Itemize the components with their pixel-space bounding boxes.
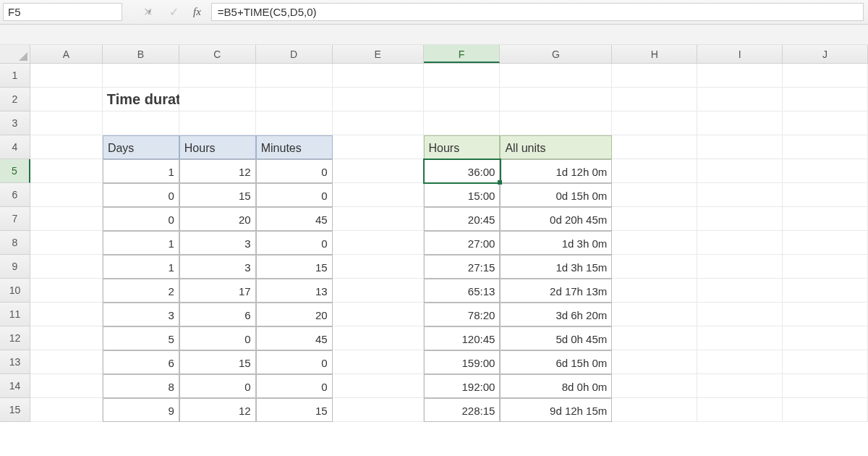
row-header-15[interactable]: 15 — [0, 398, 30, 422]
col-header-H[interactable]: H — [612, 45, 697, 63]
col-header-F[interactable]: F — [424, 45, 501, 63]
col-header-D[interactable]: D — [256, 45, 333, 63]
cell-minutes[interactable]: 20 — [256, 303, 333, 326]
col-header-C[interactable]: C — [179, 45, 256, 63]
th-allunits[interactable]: All units — [500, 135, 612, 159]
cell-days[interactable]: 0 — [103, 183, 179, 207]
cell-hhmm[interactable]: 228:15 — [424, 398, 501, 422]
row-header-9[interactable]: 9 — [0, 255, 30, 279]
cell-hours[interactable]: 6 — [179, 303, 256, 326]
cell-days[interactable]: 6 — [103, 350, 179, 374]
cell-days[interactable]: 9 — [103, 398, 179, 422]
cell-days[interactable]: 3 — [103, 303, 179, 326]
cell-hours[interactable]: 17 — [179, 279, 256, 303]
col-header-B[interactable]: B — [103, 45, 179, 63]
row-header-3[interactable]: 3 — [0, 111, 30, 135]
row-2: 2Time duration with days — [0, 88, 868, 111]
cell-hhmm[interactable]: 36:00 — [424, 159, 501, 183]
formula-input[interactable] — [211, 3, 864, 21]
cell-days[interactable]: 0 — [103, 207, 179, 231]
cell-days[interactable]: 5 — [103, 326, 179, 350]
cell-allunits[interactable]: 2d 17h 13m — [500, 279, 612, 303]
cell-allunits[interactable]: 9d 12h 15m — [500, 398, 612, 422]
row-header-14[interactable]: 14 — [0, 374, 30, 398]
col-header-J[interactable]: J — [783, 45, 868, 63]
cell-minutes[interactable]: 45 — [256, 326, 333, 350]
cancel-icon: ✕ — [141, 5, 154, 19]
cell-hours[interactable]: 20 — [179, 207, 256, 231]
th-hours[interactable]: Hours — [179, 135, 256, 159]
cell-hhmm[interactable]: 120:45 — [424, 326, 501, 350]
row-header-13[interactable]: 13 — [0, 350, 30, 374]
cell-minutes[interactable]: 15 — [256, 398, 333, 422]
cell-minutes[interactable]: 45 — [256, 207, 333, 231]
cell-hours[interactable]: 12 — [179, 398, 256, 422]
row-header-6[interactable]: 6 — [0, 183, 30, 207]
cell-allunits[interactable]: 3d 6h 20m — [500, 303, 612, 326]
row-header-2[interactable]: 2 — [0, 88, 30, 111]
row-header-11[interactable]: 11 — [0, 303, 30, 326]
select-all-button[interactable] — [0, 45, 30, 63]
cell-minutes[interactable]: 0 — [256, 350, 333, 374]
row-header-7[interactable]: 7 — [0, 207, 30, 231]
cell-allunits[interactable]: 8d 0h 0m — [500, 374, 612, 398]
th-hours-total[interactable]: Hours — [424, 135, 501, 159]
cell-allunits[interactable]: 1d 3h 0m — [500, 231, 612, 255]
cell-days[interactable]: 1 — [103, 231, 179, 255]
cell-allunits[interactable]: 1d 12h 0m — [500, 159, 612, 183]
row-header-12[interactable]: 12 — [0, 326, 30, 350]
col-header-A[interactable]: A — [30, 45, 103, 63]
cell-minutes[interactable]: 13 — [256, 279, 333, 303]
cell-allunits[interactable]: 1d 3h 15m — [500, 255, 612, 279]
cell-allunits[interactable]: 5d 0h 45m — [500, 326, 612, 350]
cell-hours[interactable]: 3 — [179, 231, 256, 255]
grid-rows: 12Time duration with days34DaysHoursMinu… — [0, 64, 868, 422]
cell-allunits[interactable]: 0d 15h 0m — [500, 183, 612, 207]
col-header-E[interactable]: E — [333, 45, 424, 63]
cell-minutes[interactable]: 15 — [256, 255, 333, 279]
col-header-I[interactable]: I — [697, 45, 783, 63]
cell-minutes[interactable]: 0 — [256, 374, 333, 398]
cell-hours[interactable]: 15 — [179, 350, 256, 374]
cell-days[interactable]: 2 — [103, 279, 179, 303]
fx-icon[interactable]: fx — [193, 6, 205, 18]
cell-days[interactable]: 1 — [103, 255, 179, 279]
cell-minutes[interactable]: 0 — [256, 183, 333, 207]
cell-hhmm[interactable]: 15:00 — [424, 183, 501, 207]
cell-allunits[interactable]: 0d 20h 45m — [500, 207, 612, 231]
row-header-1[interactable]: 1 — [0, 64, 30, 88]
row-5: 5112036:001d 12h 0m — [0, 159, 868, 183]
cell-hhmm[interactable]: 27:15 — [424, 255, 501, 279]
cell-hours[interactable]: 3 — [179, 255, 256, 279]
cell-allunits[interactable]: 6d 15h 0m — [500, 350, 612, 374]
row-header-10[interactable]: 10 — [0, 279, 30, 303]
cell-hhmm[interactable]: 27:00 — [424, 231, 501, 255]
cell-hhmm[interactable]: 20:45 — [424, 207, 501, 231]
row-header-5[interactable]: 5 — [0, 159, 30, 183]
cell-days[interactable]: 1 — [103, 159, 179, 183]
column-headers: ABCDEFGHIJ — [0, 45, 868, 64]
cell-minutes[interactable]: 0 — [256, 159, 333, 183]
th-days[interactable]: Days — [103, 135, 179, 159]
cell-hhmm[interactable]: 159:00 — [424, 350, 501, 374]
cell-minutes[interactable]: 0 — [256, 231, 333, 255]
row-6: 6015015:000d 15h 0m — [0, 183, 868, 207]
th-minutes[interactable]: Minutes — [256, 135, 333, 159]
cell-hhmm[interactable]: 65:13 — [424, 279, 501, 303]
cell-days[interactable]: 8 — [103, 374, 179, 398]
worksheet[interactable]: ABCDEFGHIJ 12Time duration with days34Da… — [0, 45, 868, 422]
cell-hhmm[interactable]: 78:20 — [424, 303, 501, 326]
cell-hhmm[interactable]: 192:00 — [424, 374, 501, 398]
row-10: 102171365:132d 17h 13m — [0, 279, 868, 303]
cell-hours[interactable]: 12 — [179, 159, 256, 183]
row-header-4[interactable]: 4 — [0, 135, 30, 159]
name-box-wrap[interactable]: ▼ — [3, 3, 122, 21]
row-11: 11362078:203d 6h 20m — [0, 303, 868, 326]
cell-hours[interactable]: 15 — [179, 183, 256, 207]
col-header-G[interactable]: G — [500, 45, 612, 63]
formula-bar-buttons: ✕ ✓ fx — [135, 0, 211, 24]
cell-hours[interactable]: 0 — [179, 326, 256, 350]
row-header-8[interactable]: 8 — [0, 231, 30, 255]
cell-hours[interactable]: 0 — [179, 374, 256, 398]
page-title[interactable]: Time duration with days — [103, 88, 179, 111]
